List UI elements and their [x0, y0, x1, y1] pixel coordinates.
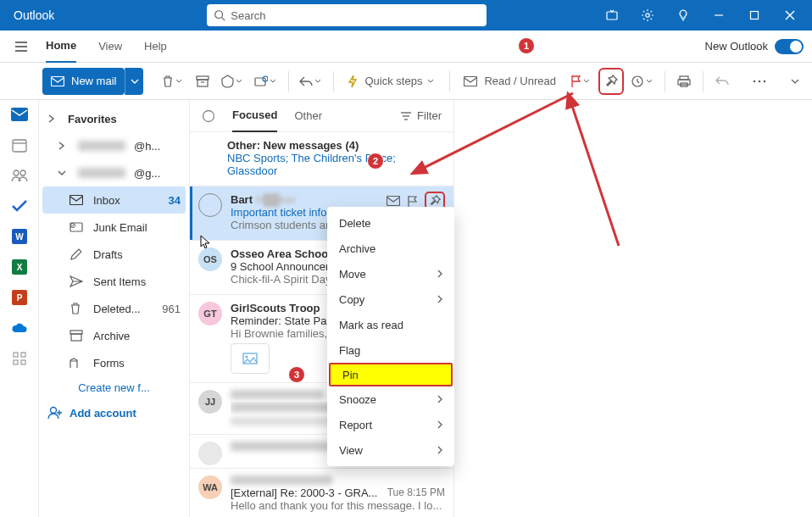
svg-point-29: [20, 170, 25, 175]
flag-icon[interactable]: [407, 195, 418, 208]
ctx-flag[interactable]: Flag: [327, 337, 454, 363]
gear-icon[interactable]: [637, 5, 658, 25]
rail-todo-icon[interactable]: [10, 197, 29, 215]
svg-line-54: [412, 93, 573, 174]
ctx-delete[interactable]: Delete: [327, 210, 454, 236]
new-mail-button[interactable]: New mail: [42, 68, 125, 95]
maximize-button[interactable]: [744, 5, 765, 25]
ctx-report[interactable]: Report: [327, 412, 454, 437]
rail-onedrive-icon[interactable]: [10, 319, 29, 337]
svg-rect-25: [11, 108, 28, 121]
svg-rect-17: [464, 76, 477, 86]
svg-line-55: [568, 93, 619, 246]
svg-point-47: [203, 110, 214, 121]
ctx-view[interactable]: View: [327, 437, 454, 463]
context-menu: Delete Archive Move Copy Mark as read Fl…: [327, 207, 454, 466]
avatar: WA: [198, 475, 222, 499]
add-account-button[interactable]: Add account: [42, 399, 186, 426]
avatar: JJ: [198, 390, 222, 414]
svg-rect-51: [387, 197, 400, 206]
new-mail-dropdown[interactable]: [125, 68, 143, 95]
tab-other[interactable]: Other: [294, 109, 322, 122]
more-button[interactable]: [748, 68, 771, 95]
svg-rect-40: [70, 196, 83, 205]
account-1[interactable]: @h...: [42, 132, 186, 159]
new-outlook-toggle[interactable]: New Outlook: [705, 39, 804, 54]
tips-icon[interactable]: [673, 5, 693, 25]
folder-inbox[interactable]: Inbox34: [42, 186, 186, 214]
annotation-badge-3: 3: [288, 366, 305, 383]
hamburger-button[interactable]: [0, 41, 42, 53]
app-rail: W X P: [0, 100, 39, 517]
close-button[interactable]: [780, 5, 800, 25]
folder-drafts[interactable]: Drafts: [42, 241, 186, 268]
select-all-icon[interactable]: [202, 109, 215, 123]
undo-button[interactable]: [710, 68, 734, 95]
select-circle[interactable]: [198, 193, 222, 217]
attachment-thumbnail[interactable]: [231, 343, 270, 374]
svg-point-53: [246, 356, 248, 359]
svg-text:X: X: [16, 263, 22, 272]
account-2[interactable]: @g...: [42, 159, 186, 186]
svg-point-23: [759, 80, 761, 82]
tab-bar: Home View Help New Outlook: [0, 31, 812, 63]
ctx-archive[interactable]: Archive: [327, 236, 454, 261]
svg-rect-26: [13, 140, 26, 152]
folder-sent[interactable]: Sent Items: [42, 268, 186, 295]
coming-soon-icon[interactable]: [602, 5, 622, 25]
reply-button[interactable]: [296, 68, 326, 95]
folder-forms[interactable]: Forms: [42, 349, 186, 376]
svg-point-24: [764, 80, 766, 82]
sweep-button[interactable]: [251, 68, 281, 95]
search-input[interactable]: Search: [207, 4, 487, 26]
folder-junk[interactable]: Junk Email: [42, 214, 186, 241]
svg-point-0: [215, 11, 223, 19]
ctx-move[interactable]: Move: [327, 261, 454, 286]
svg-rect-11: [52, 76, 64, 86]
search-icon: [214, 9, 225, 21]
title-bar: Outlook Search: [0, 0, 812, 31]
print-button[interactable]: [672, 68, 696, 95]
ribbon-expand[interactable]: [783, 68, 807, 95]
rail-word-icon[interactable]: W: [10, 227, 29, 246]
delete-button[interactable]: [159, 68, 187, 95]
new-mail-label: New mail: [71, 75, 116, 87]
new-outlook-label: New Outlook: [705, 40, 768, 53]
tab-home[interactable]: Home: [46, 31, 76, 63]
folder-archive[interactable]: Archive: [42, 322, 186, 349]
report-button[interactable]: [218, 68, 247, 95]
toggle-switch[interactable]: [775, 39, 804, 54]
svg-text:P: P: [16, 293, 22, 303]
archive-button[interactable]: [191, 68, 214, 95]
message-item-5[interactable]: WA [External] Re: 2000-3 - GRA...Tue 8:1…: [190, 469, 453, 517]
rail-calendar-icon[interactable]: [10, 136, 29, 154]
svg-rect-5: [751, 12, 759, 19]
svg-rect-38: [14, 360, 18, 364]
ctx-pin[interactable]: Pin: [329, 363, 453, 386]
mark-read-icon[interactable]: [387, 196, 400, 206]
svg-rect-45: [71, 334, 81, 341]
svg-rect-20: [678, 80, 690, 85]
rail-excel-icon[interactable]: X: [10, 258, 29, 276]
tab-view[interactable]: View: [98, 31, 122, 63]
favorites-header[interactable]: Favorites: [42, 105, 186, 132]
rail-more-apps-icon[interactable]: [10, 349, 29, 368]
read-unread-label: Read / Unread: [484, 75, 556, 87]
rail-mail-icon[interactable]: [10, 105, 29, 124]
create-folder-link[interactable]: Create new f...: [42, 376, 186, 399]
svg-point-22: [754, 80, 756, 82]
minimize-button[interactable]: [709, 5, 729, 25]
folder-deleted[interactable]: Deleted...961: [42, 295, 186, 322]
svg-rect-2: [607, 12, 617, 19]
rail-powerpoint-icon[interactable]: P: [10, 288, 29, 307]
rail-people-icon[interactable]: [10, 166, 29, 185]
tab-help[interactable]: Help: [144, 31, 167, 63]
quick-steps-label: Quick steps: [364, 75, 422, 87]
svg-rect-13: [197, 80, 208, 86]
ctx-mark-read[interactable]: Mark as read: [327, 312, 454, 337]
tab-focused[interactable]: Focused: [232, 100, 277, 132]
ctx-copy[interactable]: Copy: [327, 286, 454, 312]
svg-rect-36: [14, 353, 18, 357]
svg-line-43: [71, 224, 75, 227]
ctx-snooze[interactable]: Snooze: [327, 386, 454, 412]
